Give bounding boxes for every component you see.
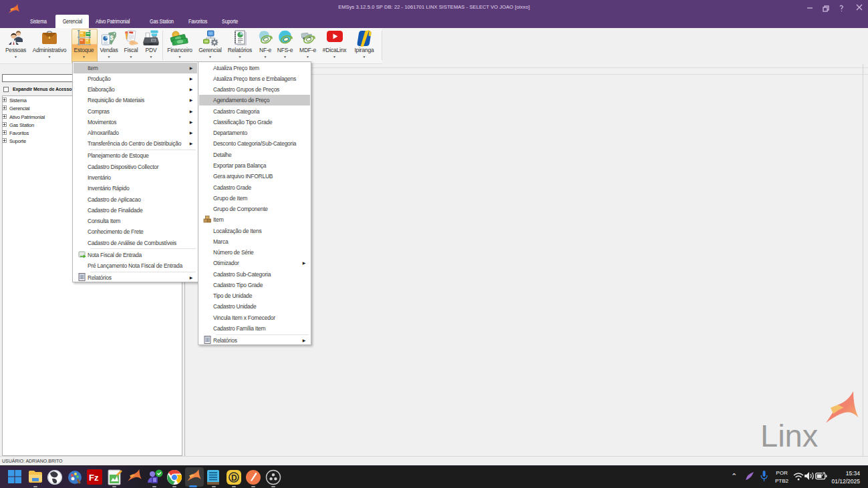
svg-text:Linx: Linx (760, 418, 818, 451)
svg-text:Fz: Fz (89, 473, 99, 483)
svg-text:D: D (231, 473, 237, 483)
